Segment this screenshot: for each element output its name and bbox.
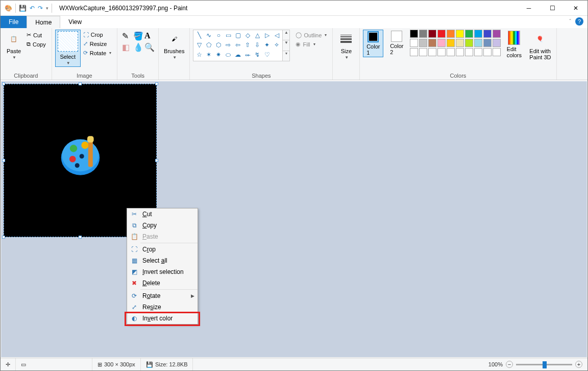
color-swatch[interactable]	[465, 48, 473, 56]
color1-button[interactable]: Color 1	[363, 30, 383, 57]
cm-invert-color[interactable]: ◐Invert color	[127, 313, 198, 324]
color-swatch[interactable]	[465, 39, 473, 47]
color-swatch[interactable]	[410, 48, 418, 56]
color-swatch[interactable]	[437, 30, 446, 38]
copy-icon: ⧉	[130, 222, 138, 229]
bucket-icon[interactable]: 🪣	[133, 31, 142, 40]
resize-handle[interactable]	[155, 159, 158, 162]
zoom-out-button[interactable]: −	[506, 361, 513, 368]
undo-icon[interactable]: ↶	[30, 5, 35, 12]
color-swatch[interactable]	[493, 39, 501, 47]
tab-view[interactable]: View	[60, 16, 90, 28]
color-swatch[interactable]	[474, 48, 482, 56]
select-button[interactable]: Select ▼	[55, 30, 81, 67]
color-swatch[interactable]	[493, 30, 501, 38]
outline-button[interactable]: ◯Outline▾	[294, 31, 328, 39]
zoom-slider[interactable]	[516, 364, 572, 365]
help-icon[interactable]: ?	[575, 17, 583, 26]
save-icon[interactable]: 💾	[19, 5, 27, 12]
color-swatch[interactable]	[483, 30, 492, 38]
magnifier-icon[interactable]: 🔍	[144, 42, 154, 52]
color-swatch[interactable]	[428, 39, 436, 47]
edit-colors-button[interactable]: Edit colors	[504, 30, 524, 59]
cm-rotate[interactable]: ⟳Rotate▶	[127, 290, 198, 302]
pencil-icon[interactable]: ✎	[122, 31, 131, 40]
tab-file[interactable]: File	[1, 16, 27, 28]
color-palette[interactable]	[410, 30, 501, 56]
color2-button[interactable]: Color 2	[386, 30, 407, 56]
maximize-button[interactable]: ☐	[541, 1, 564, 16]
color-swatch[interactable]	[419, 48, 427, 56]
resize-handle[interactable]	[2, 82, 5, 85]
chevron-down-icon: ▼	[66, 61, 70, 65]
eraser-icon[interactable]: ◧	[122, 42, 131, 52]
minimize-button[interactable]: ─	[517, 1, 541, 16]
color-swatch[interactable]	[410, 30, 418, 38]
cut-button[interactable]: ✂Cut	[25, 31, 47, 39]
color-swatch[interactable]	[483, 39, 492, 47]
color-swatch[interactable]	[428, 30, 436, 38]
rotate-button[interactable]: ⟳Rotate▾	[82, 49, 113, 57]
cm-delete[interactable]: ✖Delete	[127, 277, 198, 289]
title-bar: 🎨 💾 ↶ ↷ ▾ WXWorkCapture_16600132973997.p…	[1, 1, 587, 16]
color-swatch[interactable]	[493, 48, 501, 56]
color-swatch[interactable]	[456, 39, 464, 47]
cm-resize[interactable]: ⤢Resize	[127, 302, 198, 313]
canvas-area[interactable]	[1, 81, 587, 357]
paste-button[interactable]: 📋 Paste ▼	[4, 30, 24, 61]
cm-invert-selection[interactable]: ◩Invert selection	[127, 266, 198, 277]
resize-handle[interactable]	[2, 236, 5, 239]
outline-icon: ◯	[296, 32, 302, 38]
resize-handle[interactable]	[79, 82, 82, 85]
paint3d-button[interactable]: 🎈 Edit with Paint 3D	[527, 30, 553, 61]
redo-icon[interactable]: ↷	[38, 5, 43, 12]
fill-button[interactable]: ◉Fill▾	[294, 40, 328, 48]
selection-size: ▭	[16, 358, 92, 370]
color-swatch[interactable]	[447, 30, 455, 38]
color-swatch[interactable]	[483, 48, 492, 56]
color-swatch[interactable]	[437, 39, 446, 47]
invert-color-icon: ◐	[130, 315, 138, 322]
resize-button[interactable]: ⤢Resize	[82, 40, 113, 48]
chevron-down-icon: ▼	[173, 55, 177, 60]
color-swatch[interactable]	[447, 48, 455, 56]
cm-cut[interactable]: ✂Cut	[127, 208, 198, 220]
color-swatch[interactable]	[465, 30, 473, 38]
cm-copy[interactable]: ⧉Copy	[127, 220, 198, 231]
text-icon[interactable]: A	[144, 31, 154, 40]
close-button[interactable]: ✕	[564, 1, 587, 16]
cm-select-all[interactable]: ▦Select all	[127, 255, 198, 266]
crop-button[interactable]: ⛶Crop	[82, 31, 113, 38]
select-all-icon: ▦	[130, 257, 138, 264]
brushes-button[interactable]: 🖌 Brushes ▼	[162, 30, 186, 61]
collapse-ribbon-icon[interactable]: ˆ	[569, 18, 571, 25]
crosshair-icon: ✛	[6, 361, 10, 368]
color-swatch[interactable]	[474, 39, 482, 47]
color-swatch[interactable]	[437, 48, 446, 56]
color-swatch[interactable]	[456, 30, 464, 38]
color-swatch[interactable]	[447, 39, 455, 47]
color-swatch[interactable]	[419, 39, 427, 47]
cm-crop[interactable]: ⛶Crop	[127, 244, 198, 255]
resize-handle[interactable]	[79, 236, 82, 239]
size-button[interactable]: Size ▼	[336, 30, 356, 61]
color-swatch[interactable]	[474, 30, 482, 38]
zoom-controls: 100% − +	[483, 361, 587, 368]
group-label	[162, 72, 186, 80]
shapes-scroll[interactable]: ▲▼▾	[283, 30, 290, 61]
resize-handle[interactable]	[155, 82, 158, 85]
resize-icon: ⤢	[130, 304, 138, 311]
color-swatch[interactable]	[419, 30, 427, 38]
shapes-gallery[interactable]: ╲∿○▭▢◇△▷◁ ▽⬠⬡⇨⇦⇧⇩✦✧ ☆✶✷⬭☁⬰↯♡	[193, 30, 283, 61]
eyedropper-icon[interactable]: 💧	[133, 42, 142, 52]
qat-dropdown-icon[interactable]: ▾	[46, 6, 48, 11]
resize-handle[interactable]	[2, 159, 5, 162]
group-size: Size ▼	[333, 28, 360, 80]
copy-button[interactable]: ⧉Copy	[25, 40, 47, 48]
zoom-in-button[interactable]: +	[575, 361, 582, 368]
zoom-slider-thumb[interactable]	[543, 361, 547, 368]
color-swatch[interactable]	[456, 48, 464, 56]
color-swatch[interactable]	[428, 48, 436, 56]
color-swatch[interactable]	[410, 39, 418, 47]
tab-home[interactable]: Home	[27, 16, 60, 28]
